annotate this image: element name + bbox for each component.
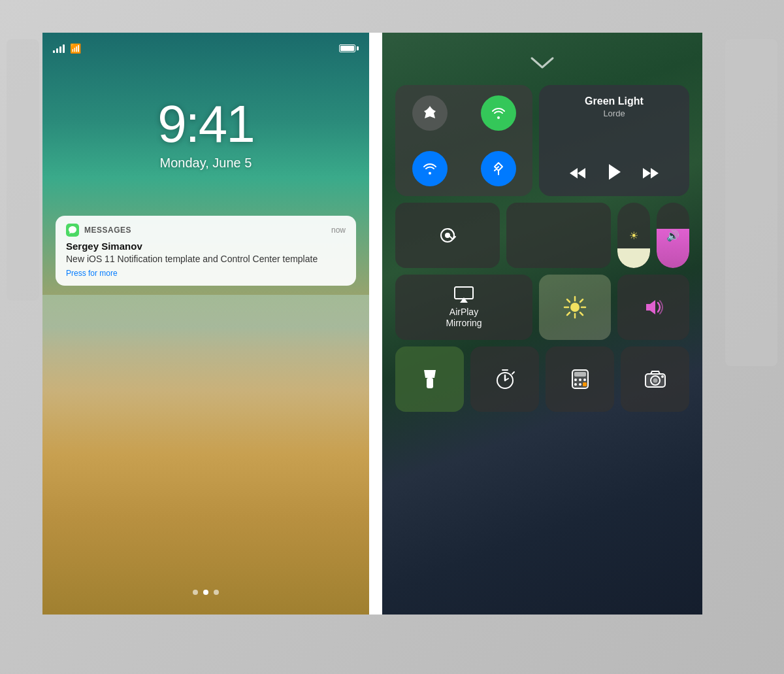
next-track-button[interactable] [642,165,660,184]
signal-icons: 📶 [53,43,81,54]
svg-marker-0 [570,168,578,178]
svg-rect-32 [583,382,587,386]
svg-marker-1 [578,168,585,178]
battery-tip [357,46,359,50]
signal-bar-1 [53,50,55,53]
calculator-icon [571,369,589,390]
notification-time: now [331,226,346,235]
bluetooth-icon [481,151,516,186]
timer-button[interactable] [470,346,539,412]
svg-marker-3 [643,168,651,178]
playback-controls [549,163,679,186]
do-not-disturb-button[interactable] [506,203,611,268]
signal-bar-2 [56,48,58,53]
calculator-button[interactable] [546,346,614,412]
wifi-icon: 📶 [70,43,81,54]
notification-app-name: MESSAGES [84,226,131,235]
bluetooth-button[interactable] [464,141,532,196]
notification-message: New iOS 11 Notification template and Con… [66,253,346,265]
bottom-row [395,346,689,412]
top-row: Green Light Lorde [395,85,689,196]
airplane-mode-button[interactable] [395,85,464,141]
airplay-icon [453,286,474,304]
volume-control-button[interactable] [617,275,689,340]
signal-bars-icon [53,44,65,53]
brightness-control-button[interactable] [539,275,611,340]
phone-divider [369,33,382,615]
timer-icon [495,369,515,390]
svg-point-29 [583,379,586,381]
svg-point-30 [574,383,577,386]
svg-line-14 [580,312,583,315]
svg-point-8 [570,303,580,312]
page-dot-3[interactable] [214,590,219,595]
svg-rect-7 [455,287,473,299]
now-playing-track: Green Light Lorde [549,95,679,118]
svg-marker-4 [651,168,659,178]
page-dot-1[interactable] [193,590,198,595]
svg-point-31 [579,383,581,386]
time-display: 9:41 Monday, June 5 [42,98,369,171]
flashlight-button[interactable] [395,346,464,412]
brightness-slider[interactable]: ☀ [617,203,650,268]
camera-icon [644,370,666,388]
svg-marker-2 [609,164,621,180]
wifi-toggle-button[interactable] [464,85,532,141]
airplay-label: AirPlayMirroring [446,307,482,329]
volume-slider[interactable]: 🔊 [657,203,689,268]
play-pause-button[interactable] [605,163,623,186]
middle-section: ☀ 🔊 [395,203,689,268]
notification-header: MESSAGES now [66,224,346,237]
clock-date: Monday, June 5 [42,156,369,171]
control-center-phone: Green Light Lorde [382,33,702,615]
status-bar-left: 📶 [42,41,369,56]
volume-slider-icon: 🔊 [666,229,679,242]
messages-app-icon [66,224,79,237]
svg-point-35 [653,379,657,383]
svg-line-15 [580,299,583,302]
control-center-grid: Green Light Lorde [395,85,689,412]
camera-button[interactable] [621,346,689,412]
page-dots [42,590,369,595]
page-dot-2[interactable] [203,590,208,595]
now-playing-artist: Lorde [549,109,679,118]
flashlight-icon [421,369,438,390]
svg-rect-26 [574,372,586,377]
battery-body [339,44,355,52]
svg-point-36 [661,375,664,378]
lock-screen-phone: 📶 9:41 Monday, June 5 [42,33,369,615]
middle-left-buttons [395,203,611,268]
svg-line-16 [567,312,570,315]
signal-bar-3 [59,46,61,53]
svg-point-6 [445,233,450,238]
bg-phone-hint-left [7,39,39,301]
svg-rect-17 [427,378,433,388]
previous-track-button[interactable] [568,165,587,184]
svg-point-27 [574,379,577,381]
airplay-row: AirPlayMirroring [395,275,689,340]
wifi-icon-green [481,95,516,131]
brightness-fill [617,248,650,268]
volume-icon [642,296,664,318]
lock-rotation-button[interactable] [395,203,500,268]
battery-icon [339,44,359,52]
chevron-down-icon[interactable] [529,56,555,74]
notification-card[interactable]: MESSAGES now Sergey Simanov New iOS 11 N… [56,216,356,286]
svg-marker-18 [424,370,436,378]
ocean-wave [42,295,369,615]
now-playing-song: Green Light [549,95,679,107]
battery-fill [340,46,354,51]
connectivity-panel [395,85,532,196]
cellular-icon [412,151,448,186]
phones-container: 📶 9:41 Monday, June 5 [42,33,742,641]
notification-press-hint[interactable]: Press for more [66,269,346,278]
svg-line-24 [512,372,514,374]
airplane-mode-icon [412,95,448,131]
cellular-button[interactable] [395,141,464,196]
clock-time: 9:41 [42,98,369,150]
sun-icon [563,295,587,319]
notification-app-info: MESSAGES [66,224,131,237]
brightness-slider-icon: ☀ [629,229,638,242]
airplay-mirroring-button[interactable]: AirPlayMirroring [395,275,532,340]
notification-sender: Sergey Simanov [66,241,346,252]
